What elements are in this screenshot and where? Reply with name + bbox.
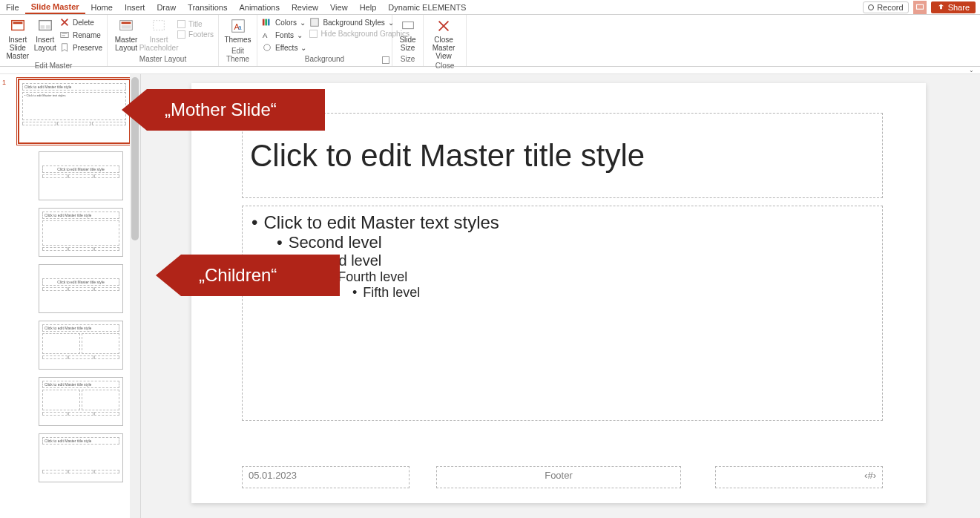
effects-button[interactable]: Effects⌄ — [262, 42, 306, 53]
thumb-layout-1[interactable]: Click to edit Master title style — [39, 151, 123, 200]
footer-text: Footer — [545, 470, 573, 481]
slide-master-icon — [10, 18, 26, 34]
tab-review[interactable]: Review — [286, 1, 324, 13]
footers-chk-label: Footers — [188, 30, 214, 39]
chevron-down-icon: ⌄ — [388, 19, 394, 27]
thumb-layout-title: Click to edit Master title style — [42, 165, 119, 173]
svg-text:a: a — [238, 24, 242, 31]
thumb-scrollbar[interactable] — [130, 74, 140, 518]
preserve-button[interactable]: Preserve — [59, 42, 102, 53]
present-button[interactable] — [913, 1, 927, 14]
ribbon-collapse[interactable]: ⌄ — [0, 67, 980, 74]
effects-label: Effects — [275, 44, 297, 52]
tab-home[interactable]: Home — [85, 1, 119, 13]
canvas-area[interactable]: Click to edit Master title style •Click … — [141, 74, 980, 518]
group-background: Colors⌄ AFonts⌄ Effects⌄ Background Styl… — [257, 15, 392, 66]
delete-icon — [59, 17, 70, 27]
share-button[interactable]: Share — [931, 1, 976, 13]
insert-slide-master-button[interactable]: Insert Slide Master — [4, 16, 31, 60]
master-layout-label: Master Layout — [112, 36, 140, 52]
insert-layout-label: Insert Layout — [34, 36, 56, 52]
date-placeholder[interactable]: 05.01.2023 — [242, 466, 410, 488]
tab-help[interactable]: Help — [354, 1, 383, 13]
svg-rect-14 — [263, 19, 265, 26]
insert-placeholder-label: Insert Placeholder — [139, 36, 179, 52]
group-master-layout-label: Master Layout — [112, 53, 214, 65]
rename-label: Rename — [73, 31, 101, 39]
close-icon — [435, 18, 452, 34]
footers-checkbox: Footers — [177, 30, 214, 39]
fonts-icon: A — [262, 30, 272, 40]
master-index: 1 — [2, 79, 6, 86]
background-dialog-launcher[interactable] — [382, 56, 389, 64]
ribbon: Insert Slide Master Insert Layout Delete… — [0, 15, 980, 67]
main-area: 1 Click to edit Master title style • Cli… — [0, 74, 980, 518]
record-button[interactable]: Record — [863, 1, 908, 13]
thumb-layout-4[interactable]: Click to edit Master title style — [39, 321, 123, 370]
title-placeholder[interactable]: Click to edit Master title style — [242, 113, 883, 198]
thumb-master[interactable]: Click to edit Master title style • Click… — [18, 79, 131, 144]
tab-dynamic-elements[interactable]: Dynamic ELEMENTS — [382, 1, 472, 13]
title-text: Click to edit Master title style — [250, 138, 645, 174]
rename-button[interactable]: Rename — [59, 29, 102, 41]
thumb-master-body: • Click to edit Master text styles — [22, 92, 126, 120]
footer-placeholder[interactable]: Footer — [436, 466, 681, 488]
thumb-body — [42, 220, 119, 246]
group-edit-master: Insert Slide Master Insert Layout Delete… — [0, 15, 108, 66]
group-master-layout: Master Layout Insert Placeholder Title F… — [108, 15, 219, 66]
tab-slide-master[interactable]: Slide Master — [25, 1, 85, 14]
rename-icon — [59, 30, 70, 40]
svg-rect-0 — [916, 4, 923, 9]
body-placeholder[interactable]: •Click to edit Master text styles •Secon… — [242, 206, 883, 421]
tab-file[interactable]: File — [0, 1, 25, 13]
svg-rect-19 — [311, 19, 319, 27]
colors-icon — [262, 17, 272, 27]
insert-layout-button[interactable]: Insert Layout — [34, 16, 56, 52]
colors-label: Colors — [275, 19, 297, 27]
svg-rect-8 — [122, 22, 131, 24]
chevron-down-icon: ⌄ — [300, 44, 306, 52]
callout-children-text: „Children“ — [199, 265, 277, 286]
effects-icon — [262, 42, 272, 53]
tab-view[interactable]: View — [324, 1, 354, 13]
themes-button[interactable]: Aa Themes — [223, 16, 252, 44]
thumb-layout-6[interactable]: Click to edit Master title style — [39, 433, 123, 482]
share-label: Share — [948, 3, 970, 12]
callout-mother-slide: „Mother Slide“ — [147, 89, 325, 131]
thumb-layout-title: Click to edit Master title style — [42, 278, 119, 286]
colors-button[interactable]: Colors⌄ — [262, 16, 306, 28]
hide-bg-checkbox: Hide Background Graphics — [309, 29, 410, 39]
slide-number-placeholder[interactable]: ‹#› — [715, 466, 883, 488]
insert-placeholder-button: Insert Placeholder — [143, 16, 174, 52]
tab-draw[interactable]: Draw — [151, 1, 182, 13]
svg-rect-15 — [265, 19, 267, 26]
date-text: 05.01.2023 — [249, 470, 297, 481]
tab-insert[interactable]: Insert — [119, 1, 151, 13]
record-icon — [868, 4, 874, 10]
tab-transitions[interactable]: Transitions — [182, 1, 233, 13]
group-close: Close Master View Close — [424, 15, 467, 66]
group-edit-theme-label: Edit Theme — [223, 45, 252, 65]
master-layout-icon — [118, 18, 134, 34]
checkbox-icon — [177, 30, 185, 39]
svg-rect-4 — [40, 25, 45, 29]
thumb-layout-title: Click to edit Master title style — [42, 212, 119, 219]
themes-label: Themes — [224, 36, 251, 44]
svg-rect-16 — [268, 19, 270, 26]
body-l5: Fifth level — [363, 285, 420, 301]
layout-icon — [37, 18, 53, 34]
slide-num-text: ‹#› — [864, 470, 876, 481]
preserve-icon — [59, 42, 70, 53]
bg-styles-label: Background Styles — [323, 19, 384, 27]
tab-bar: File Slide Master Home Insert Draw Trans… — [0, 0, 980, 15]
tab-animations[interactable]: Animations — [233, 1, 285, 13]
thumb-layout-5[interactable]: Click to edit Master title style — [39, 377, 123, 426]
title-chk-label: Title — [188, 20, 203, 28]
fonts-button[interactable]: AFonts⌄ — [262, 29, 306, 41]
delete-button[interactable]: Delete — [59, 16, 102, 28]
thumb-layout-3[interactable]: Click to edit Master title style — [39, 264, 123, 313]
master-layout-button[interactable]: Master Layout — [112, 16, 140, 52]
close-master-view-button[interactable]: Close Master View — [428, 16, 459, 60]
thumb-layout-2[interactable]: Click to edit Master title style — [39, 208, 123, 257]
background-styles-button[interactable]: Background Styles⌄ — [309, 16, 410, 28]
